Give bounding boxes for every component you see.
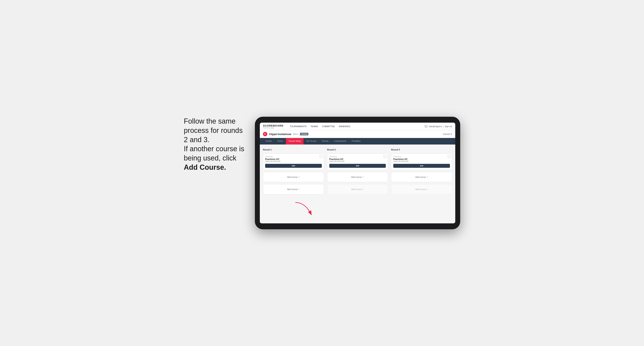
add-course-label-r3-2: Add Course — [416, 188, 426, 190]
course-tag-r2: (Course A) — [329, 156, 386, 158]
tablet-screen: SCOREBOARD Powered by clippd TOURNAMENTS… — [260, 123, 455, 223]
user-email: blair@clippd.io — [429, 125, 442, 128]
main-content: Round 1 ○ (Course A) Peachtree GC Yellow… — [260, 145, 455, 223]
add-course-label-r2-1: Add Course — [351, 176, 362, 178]
round-3-label: Round 3 — [391, 149, 452, 151]
cancel-x-icon: ✕ — [450, 133, 452, 136]
plus-icon-r3-1: + — [427, 176, 428, 178]
logo-sub-text: Powered by clippd — [263, 127, 284, 129]
add-course-r1-2[interactable]: Add Course + — [263, 184, 324, 194]
nav-committee[interactable]: COMMITTEE — [322, 125, 335, 128]
round-1-column: Round 1 ○ (Course A) Peachtree GC Yellow… — [263, 149, 324, 194]
delete-course-r1[interactable]: ○ — [320, 155, 322, 158]
add-course-r1-1[interactable]: Add Course + — [263, 172, 324, 182]
course-card-r1: ○ (Course A) Peachtree GC Yellow (M) (66… — [263, 154, 324, 170]
round-2-column: Round 2 ○ (Course A) Peachtree GC Yellow… — [327, 149, 388, 194]
tab-results[interactable]: Results — [319, 138, 331, 145]
plus-icon-r2-2: + — [362, 188, 364, 191]
course-tag-r3: (Course A) — [393, 156, 450, 158]
course-details-r1: Yellow (M) (6629 yds) — [265, 160, 322, 162]
tournament-gender: (Men) — [293, 133, 298, 135]
edit-button-r3[interactable]: Edit — [393, 164, 450, 168]
clippd-icon: C — [263, 132, 267, 136]
tab-details[interactable]: Details — [263, 138, 274, 145]
delete-course-r2[interactable]: ○ — [384, 155, 386, 158]
tab-teams[interactable]: Teams — [274, 138, 286, 145]
instruction-panel: Follow the same process for rounds 2 and… — [184, 117, 247, 172]
tablet-frame: SCOREBOARD Powered by clippd TOURNAMENTS… — [255, 117, 460, 229]
course-name-r1: Peachtree GC — [265, 158, 322, 160]
plus-icon-r2-1: + — [362, 176, 364, 178]
edit-button-r2[interactable]: Edit — [329, 164, 386, 168]
edit-button-r1[interactable]: Edit — [265, 164, 322, 168]
course-card-r3: ○ (Course A) Peachtree GC Yellow (M) (66… — [391, 154, 452, 170]
add-course-label-r1-2: Add Course — [287, 188, 298, 190]
tab-course-setup[interactable]: Course Setup — [286, 138, 304, 145]
round-3-column: Round 3 ○ (Course A) Peachtree GC Yellow… — [391, 149, 452, 194]
delete-course-r3[interactable]: ○ — [448, 155, 451, 158]
rounds-grid: Round 1 ○ (Course A) Peachtree GC Yellow… — [263, 149, 452, 194]
nav-teams[interactable]: TEAMS — [310, 125, 318, 128]
sub-header: C Clippd Invitational (Men) Hosting Canc… — [260, 130, 455, 138]
add-course-r3-2: Add Course + — [391, 184, 452, 194]
tab-leaderboards[interactable]: Leaderboards — [331, 138, 349, 145]
round-1-label: Round 1 — [263, 149, 324, 151]
course-card-r2: ○ (Course A) Peachtree GC Yellow (M) (66… — [327, 154, 388, 170]
course-details-r3: Yellow (M) (6629 yds) — [393, 160, 450, 162]
course-name-r3: Peachtree GC — [393, 158, 450, 160]
tab-tee-groups[interactable]: Tee Groups — [304, 138, 319, 145]
nav-rankings[interactable]: RANKINGS — [339, 125, 350, 128]
add-course-r2-2: Add Course + — [327, 184, 388, 194]
add-course-label-r1-1: Add Course — [287, 176, 298, 178]
round-2-label: Round 2 — [327, 149, 388, 151]
tab-bar: Details Teams Course Setup Tee Groups Re… — [260, 138, 455, 145]
course-name-r2: Peachtree GC — [329, 158, 386, 160]
logo-main-text: SCOREBOARD — [263, 124, 284, 127]
plus-icon-r3-2: + — [427, 188, 428, 191]
user-avatar — [424, 125, 428, 128]
page-wrapper: Follow the same process for rounds 2 and… — [184, 117, 460, 229]
add-course-label-r2-2: Add Course — [351, 188, 362, 190]
divider: | — [443, 125, 444, 128]
user-area: blair@clippd.io | Sign out — [424, 125, 452, 128]
plus-icon-r1-1: + — [298, 176, 300, 178]
cancel-button[interactable]: Cancel ✕ — [443, 133, 452, 136]
add-course-r3-1[interactable]: Add Course + — [391, 172, 452, 182]
instruction-text: Follow the same process for rounds 2 and… — [184, 117, 244, 171]
top-nav: SCOREBOARD Powered by clippd TOURNAMENTS… — [260, 123, 455, 130]
scoreboard-logo: SCOREBOARD Powered by clippd — [263, 124, 284, 129]
nav-links: TOURNAMENTS TEAMS COMMITTEE RANKINGS — [290, 125, 420, 128]
add-course-label-r3-1: Add Course — [416, 176, 426, 178]
add-course-r2-1[interactable]: Add Course + — [327, 172, 388, 182]
course-tag-r1: (Course A) — [265, 156, 322, 158]
tournament-name: Clippd Invitational — [269, 133, 291, 136]
nav-tournaments[interactable]: TOURNAMENTS — [290, 125, 306, 128]
sub-header-left: C Clippd Invitational (Men) Hosting — [263, 132, 308, 136]
plus-icon-r1-2: + — [298, 188, 300, 191]
tab-printables[interactable]: Printables — [349, 138, 363, 145]
hosting-badge: Hosting — [300, 133, 308, 136]
sign-out-link[interactable]: Sign out — [445, 125, 452, 128]
course-details-r2: Yellow (M) (6629 yds) — [329, 160, 386, 162]
